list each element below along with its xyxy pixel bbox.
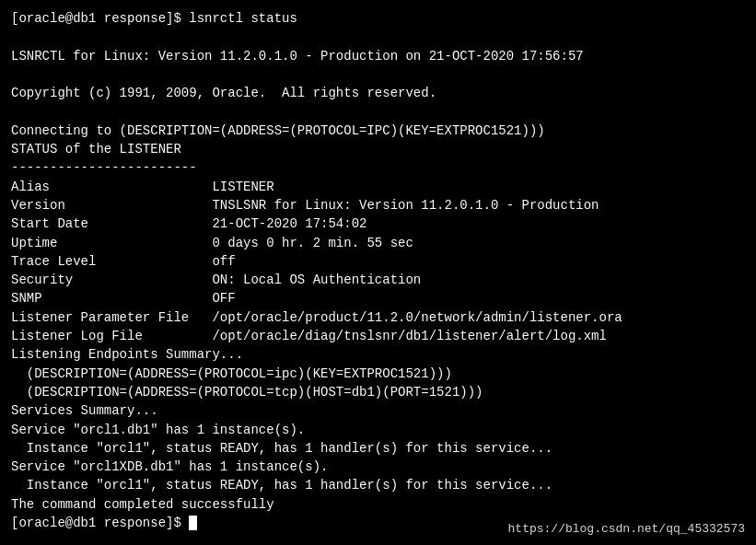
terminal-line: Instance "orcl1", status READY, has 1 ha… bbox=[11, 439, 745, 458]
terminal-line: Trace Level off bbox=[11, 252, 745, 271]
terminal-line: Services Summary... bbox=[11, 401, 745, 420]
terminal-line: STATUS of the LISTENER bbox=[11, 140, 745, 158]
terminal-line: [oracle@db1 response]$ lsnrctl status bbox=[11, 9, 745, 28]
terminal-line: Uptime 0 days 0 hr. 2 min. 55 sec bbox=[11, 234, 745, 252]
terminal-line: The command completed successfully bbox=[11, 495, 745, 514]
terminal-line bbox=[11, 102, 745, 121]
terminal-line: Version TNSLSNR for Linux: Version 11.2.… bbox=[11, 196, 745, 215]
terminal-line: Service "orcl1.db1" has 1 instance(s). bbox=[11, 421, 745, 439]
terminal-line: Listener Log File /opt/oracle/diag/tnsls… bbox=[11, 327, 745, 345]
terminal-line: ------------------------ bbox=[11, 158, 745, 177]
terminal-line: (DESCRIPTION=(ADDRESS=(PROTOCOL=tcp)(HOS… bbox=[11, 383, 745, 401]
terminal-line bbox=[11, 28, 745, 46]
terminal-line: Security ON: Local OS Authentication bbox=[11, 271, 745, 289]
terminal-line: Connecting to (DESCRIPTION=(ADDRESS=(PRO… bbox=[11, 122, 745, 140]
terminal-line: Service "orcl1XDB.db1" has 1 instance(s)… bbox=[11, 458, 745, 476]
terminal-line bbox=[11, 65, 745, 84]
terminal-line: Listening Endpoints Summary... bbox=[11, 345, 745, 364]
cursor bbox=[189, 516, 196, 530]
terminal-line: (DESCRIPTION=(ADDRESS=(PROTOCOL=ipc)(KEY… bbox=[11, 365, 745, 383]
terminal-line: Listener Parameter File /opt/oracle/prod… bbox=[11, 308, 745, 327]
terminal-line: Alias LISTENER bbox=[11, 178, 745, 196]
terminal-line: Copyright (c) 1991, 2009, Oracle. All ri… bbox=[11, 84, 745, 102]
terminal-line: Instance "orcl1", status READY, has 1 ha… bbox=[11, 476, 745, 494]
terminal-window: [oracle@db1 response]$ lsnrctl status LS… bbox=[0, 0, 756, 545]
terminal-line: SNMP OFF bbox=[11, 289, 745, 307]
watermark: https://blog.csdn.net/qq_45332573 bbox=[508, 522, 745, 536]
terminal-line: LSNRCTL for Linux: Version 11.2.0.1.0 - … bbox=[11, 47, 745, 65]
terminal-line: Start Date 21-OCT-2020 17:54:02 bbox=[11, 215, 745, 233]
